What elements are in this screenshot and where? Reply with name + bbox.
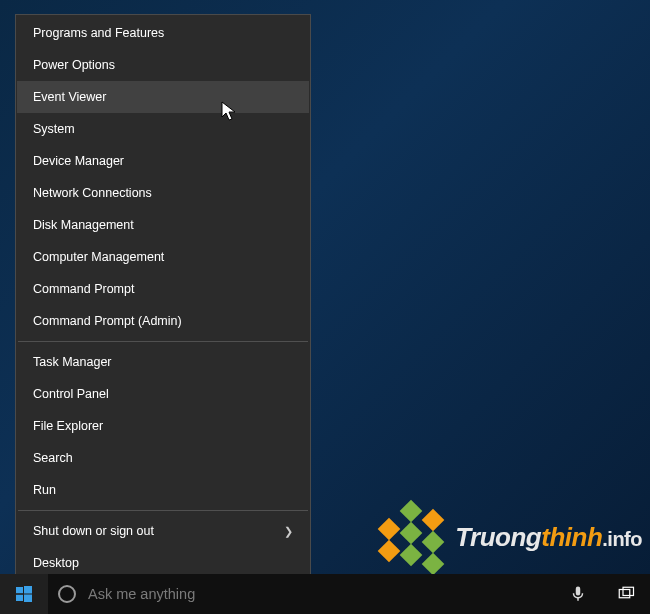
menu-item-run[interactable]: Run bbox=[17, 474, 309, 506]
menu-item-task-manager[interactable]: Task Manager bbox=[17, 346, 309, 378]
menu-item-label: Computer Management bbox=[33, 250, 164, 264]
svg-rect-2 bbox=[16, 595, 23, 601]
search-box[interactable]: Ask me anything bbox=[48, 574, 554, 614]
svg-rect-0 bbox=[16, 587, 23, 593]
watermark-text: Truongthinh.info bbox=[455, 522, 642, 553]
svg-rect-4 bbox=[619, 590, 630, 598]
menu-item-device-manager[interactable]: Device Manager bbox=[17, 145, 309, 177]
menu-separator bbox=[18, 510, 308, 511]
menu-item-label: Programs and Features bbox=[33, 26, 164, 40]
menu-item-label: Device Manager bbox=[33, 154, 124, 168]
taskbar: Ask me anything bbox=[0, 574, 650, 614]
search-placeholder: Ask me anything bbox=[88, 586, 195, 602]
menu-item-programs-features[interactable]: Programs and Features bbox=[17, 17, 309, 49]
svg-rect-3 bbox=[24, 595, 32, 603]
task-view-icon bbox=[617, 585, 635, 603]
menu-separator bbox=[18, 341, 308, 342]
microphone-button[interactable] bbox=[554, 574, 602, 614]
menu-item-label: Shut down or sign out bbox=[33, 524, 154, 538]
menu-item-power-options[interactable]: Power Options bbox=[17, 49, 309, 81]
menu-item-label: Run bbox=[33, 483, 56, 497]
menu-item-shut-down-sign-out[interactable]: Shut down or sign out❯ bbox=[17, 515, 309, 547]
menu-item-label: Disk Management bbox=[33, 218, 134, 232]
menu-item-network-connections[interactable]: Network Connections bbox=[17, 177, 309, 209]
svg-rect-1 bbox=[24, 586, 32, 594]
menu-item-label: File Explorer bbox=[33, 419, 103, 433]
menu-item-control-panel[interactable]: Control Panel bbox=[17, 378, 309, 410]
menu-item-file-explorer[interactable]: File Explorer bbox=[17, 410, 309, 442]
menu-item-label: Control Panel bbox=[33, 387, 109, 401]
menu-item-label: System bbox=[33, 122, 75, 136]
microphone-icon bbox=[569, 585, 587, 603]
menu-item-event-viewer[interactable]: Event Viewer bbox=[17, 81, 309, 113]
menu-item-label: Search bbox=[33, 451, 73, 465]
menu-item-label: Command Prompt bbox=[33, 282, 134, 296]
start-button[interactable] bbox=[0, 574, 48, 614]
menu-item-system[interactable]: System bbox=[17, 113, 309, 145]
menu-item-search[interactable]: Search bbox=[17, 442, 309, 474]
svg-rect-5 bbox=[623, 587, 634, 595]
menu-item-command-prompt[interactable]: Command Prompt bbox=[17, 273, 309, 305]
menu-item-label: Task Manager bbox=[33, 355, 112, 369]
menu-item-label: Command Prompt (Admin) bbox=[33, 314, 182, 328]
windows-logo-icon bbox=[16, 586, 32, 602]
winx-context-menu: Programs and FeaturesPower OptionsEvent … bbox=[15, 14, 311, 582]
watermark: Truongthinh.info bbox=[381, 503, 642, 572]
menu-item-command-prompt-admin[interactable]: Command Prompt (Admin) bbox=[17, 305, 309, 337]
menu-item-label: Event Viewer bbox=[33, 90, 106, 104]
cortana-icon bbox=[58, 585, 76, 603]
menu-item-label: Power Options bbox=[33, 58, 115, 72]
chevron-right-icon: ❯ bbox=[284, 525, 293, 538]
menu-item-computer-management[interactable]: Computer Management bbox=[17, 241, 309, 273]
menu-item-label: Network Connections bbox=[33, 186, 152, 200]
task-view-button[interactable] bbox=[602, 574, 650, 614]
watermark-logo-icon bbox=[381, 503, 441, 572]
menu-item-label: Desktop bbox=[33, 556, 79, 570]
menu-item-disk-management[interactable]: Disk Management bbox=[17, 209, 309, 241]
